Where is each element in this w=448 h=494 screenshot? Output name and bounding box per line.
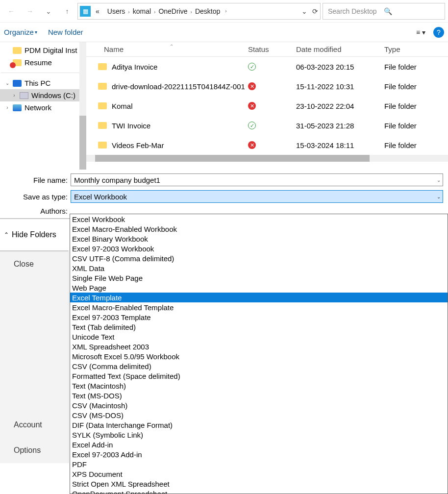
- file-name: drive-download-20221115T041844Z-001: [112, 82, 245, 91]
- folder-icon: [13, 47, 22, 54]
- dropdown-option[interactable]: Single File Web Page: [70, 273, 448, 283]
- column-header-name[interactable]: ⌃ Name: [86, 45, 248, 53]
- dropdown-option[interactable]: XPS Document: [70, 469, 448, 479]
- network-icon: [13, 104, 22, 111]
- horizontal-scrollbar[interactable]: [86, 155, 448, 162]
- dropdown-option[interactable]: OpenDocument Spreadsheet: [70, 489, 448, 494]
- column-header-status[interactable]: Status: [248, 45, 296, 53]
- file-date: 15-03-2024 18:11: [296, 141, 384, 149]
- search-input[interactable]: Search Desktop 🔍: [323, 3, 445, 20]
- chevron-down-icon[interactable]: ⌄: [437, 194, 441, 199]
- dropdown-option[interactable]: CSV UTF-8 (Comma delimited): [70, 253, 448, 263]
- tree-item-drive[interactable]: › Windows (C:): [0, 89, 86, 101]
- dropdown-option[interactable]: Text (Tab delimited): [70, 322, 448, 332]
- forward-button[interactable]: →: [22, 3, 38, 20]
- save-as-type-combo[interactable]: Excel Workbook ⌄: [71, 190, 443, 203]
- folder-icon: [98, 83, 107, 90]
- dropdown-option[interactable]: Formatted Text (Space delimited): [70, 371, 448, 381]
- column-header-type[interactable]: Type: [384, 45, 448, 53]
- dropdown-option[interactable]: Excel 97-2003 Add-in: [70, 449, 448, 459]
- back-button[interactable]: ←: [3, 3, 20, 20]
- file-row[interactable]: Videos Feb-Mar✕15-03-2024 18:11File fold…: [86, 135, 448, 155]
- tree-item-label: Windows (C:): [31, 91, 75, 99]
- tree-item[interactable]: Resume: [0, 56, 86, 69]
- save-as-type-value: Excel Workbook: [74, 193, 127, 201]
- dropdown-option[interactable]: Excel 97-2003 Workbook: [70, 244, 448, 253]
- save-fields: File name: Monthly company budget1 ⌄ Sav…: [0, 167, 448, 218]
- dropdown-option[interactable]: Unicode Text: [70, 332, 448, 342]
- dropdown-option[interactable]: Excel 97-2003 Template: [70, 312, 448, 322]
- file-row[interactable]: Komal✕23-10-2022 22:04File folder: [86, 96, 448, 116]
- tree-item-label: PDM Digital Inst: [25, 46, 77, 54]
- dropdown-option[interactable]: DIF (Data Interchange Format): [70, 420, 448, 430]
- navigation-tree[interactable]: PDM Digital Inst Resume ⌄ This PC › Wind…: [0, 42, 86, 167]
- dropdown-option[interactable]: Text (MS-DOS): [70, 391, 448, 400]
- dropdown-option[interactable]: XML Data: [70, 263, 448, 273]
- chevron-right-icon: ›: [225, 8, 226, 14]
- file-name: Komal: [112, 102, 133, 110]
- dropdown-option[interactable]: Text (Macintosh): [70, 381, 448, 391]
- backstage-account[interactable]: Account: [0, 412, 68, 438]
- dropdown-option[interactable]: XML Spreadsheet 2003: [70, 342, 448, 351]
- tree-item[interactable]: PDM Digital Inst: [0, 44, 86, 56]
- dropdown-option[interactable]: Excel Macro-Enabled Workbook: [70, 224, 448, 234]
- file-date: 31-05-2023 21:28: [296, 122, 384, 130]
- dropdown-option[interactable]: Excel Template: [70, 293, 448, 302]
- dropdown-option[interactable]: CSV (Comma delimited): [70, 361, 448, 371]
- recent-locations-button[interactable]: ⌄: [40, 3, 57, 20]
- tree-item-label: This PC: [25, 79, 50, 87]
- monitor-icon: [13, 80, 22, 87]
- up-button[interactable]: ↑: [59, 3, 75, 20]
- dropdown-option[interactable]: Excel Workbook: [70, 214, 448, 224]
- view-options-button[interactable]: ≡ ▾: [416, 28, 425, 36]
- breadcrumb-segment[interactable]: OneDrive: [155, 6, 190, 16]
- dropdown-option[interactable]: CSV (Macintosh): [70, 400, 448, 410]
- file-type: File folder: [384, 63, 448, 71]
- chevron-up-icon: ⌃: [4, 231, 9, 238]
- tree-item-network[interactable]: › Network: [0, 101, 86, 114]
- dropdown-option[interactable]: Excel Add-in: [70, 440, 448, 449]
- dropdown-option[interactable]: PDF: [70, 459, 448, 469]
- file-name: TWI Invoice: [112, 122, 150, 130]
- sync-error-icon: ✕: [248, 102, 256, 110]
- organize-button[interactable]: Organize ▾: [4, 28, 37, 36]
- file-row[interactable]: TWI Invoice✓31-05-2023 21:28File folder: [86, 116, 448, 135]
- dropdown-option[interactable]: Excel Macro-Enabled Template: [70, 302, 448, 312]
- backstage-options[interactable]: Options: [0, 438, 68, 463]
- file-name-label: File name:: [5, 176, 71, 184]
- search-icon: 🔍: [384, 7, 440, 15]
- history-dropdown-button[interactable]: ⌄: [301, 7, 307, 15]
- dropdown-option[interactable]: CSV (MS-DOS): [70, 410, 448, 420]
- file-date: 15-11-2022 10:31: [296, 82, 384, 91]
- breadcrumb-segment[interactable]: Users: [104, 6, 128, 16]
- tree-item-this-pc[interactable]: ⌄ This PC: [0, 77, 86, 89]
- breadcrumb-segment[interactable]: Desktop: [192, 6, 223, 16]
- toolbar: Organize ▾ New folder ≡ ▾ ?: [0, 23, 448, 42]
- main-panel: PDM Digital Inst Resume ⌄ This PC › Wind…: [0, 42, 448, 167]
- tree-item-label: Network: [25, 103, 51, 112]
- help-icon[interactable]: ?: [433, 27, 444, 38]
- backstage-sidebar: Close Account Options: [0, 250, 69, 463]
- file-row[interactable]: drive-download-20221115T041844Z-001✕15-1…: [86, 76, 448, 96]
- save-as-type-dropdown[interactable]: Excel WorkbookExcel Macro-Enabled Workbo…: [70, 214, 448, 494]
- sort-ascending-icon: ⌃: [170, 44, 174, 49]
- dropdown-option[interactable]: SYLK (Symbolic Link): [70, 430, 448, 440]
- authors-label: Authors:: [5, 207, 71, 215]
- dropdown-option[interactable]: Excel Binary Workbook: [70, 234, 448, 244]
- search-placeholder: Search Desktop: [328, 7, 384, 15]
- tree-scrollbar[interactable]: [79, 42, 86, 167]
- file-row[interactable]: Aditya Invoice✓06-03-2023 20:15File fold…: [86, 57, 448, 76]
- new-folder-button[interactable]: New folder: [48, 28, 83, 36]
- dropdown-option[interactable]: Microsoft Excel 5.0/95 Workbook: [70, 351, 448, 361]
- dropdown-option[interactable]: Strict Open XML Spreadsheet: [70, 479, 448, 489]
- column-headers[interactable]: ⌃ Name Status Date modified Type: [86, 42, 448, 57]
- backstage-close[interactable]: Close: [0, 251, 68, 277]
- refresh-button[interactable]: ⟳: [312, 7, 318, 15]
- file-name-input[interactable]: Monthly company budget1 ⌄: [71, 173, 443, 186]
- column-header-date[interactable]: Date modified: [296, 45, 384, 53]
- address-bar[interactable]: ▦ « Users›komal›OneDrive›Desktop › ⌄ ⟳: [77, 3, 321, 20]
- dropdown-option[interactable]: Web Page: [70, 283, 448, 293]
- location-icon: ▦: [80, 6, 91, 17]
- breadcrumb-segment[interactable]: komal: [130, 6, 154, 16]
- chevron-down-icon[interactable]: ⌄: [437, 177, 441, 183]
